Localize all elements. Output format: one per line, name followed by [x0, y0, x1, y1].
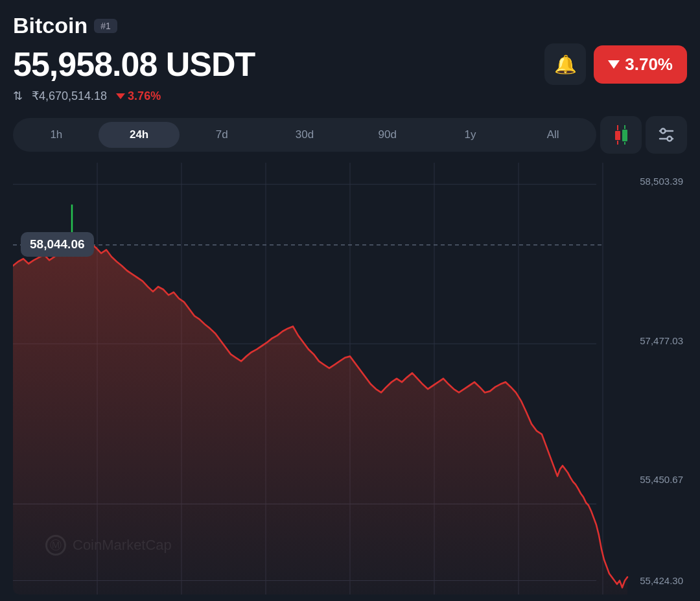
arrow-down-icon: [608, 60, 620, 69]
settings-icon: [657, 126, 675, 144]
triangle-down-icon: [116, 93, 125, 99]
chart-type-button[interactable]: [600, 116, 642, 154]
change-badge[interactable]: 3.70%: [594, 45, 687, 84]
tf-1h[interactable]: 1h: [16, 122, 97, 148]
price-label-3: 55,450.67: [640, 474, 683, 485]
coinmarketcap-logo-icon: Ⓜ: [45, 535, 66, 556]
coin-name: Bitcoin: [13, 13, 88, 38]
price-display: 55,958.08 USDT: [13, 45, 255, 84]
tf-30d[interactable]: 30d: [264, 122, 345, 148]
chart-settings-button[interactable]: [646, 116, 687, 154]
exchange-arrows-icon: ⇅: [13, 89, 23, 103]
timeframe-bar: 1h 24h 7d 30d 90d 1y All: [13, 116, 687, 154]
price-chart[interactable]: 58,044.06 58,503.39 57,477.03 55,450.67 …: [13, 163, 687, 595]
watermark-text: CoinMarketCap: [73, 537, 172, 554]
inr-price: ₹4,670,514.18: [32, 89, 107, 103]
tf-1y[interactable]: 1y: [430, 122, 511, 148]
inr-change-pct: 3.76%: [128, 89, 161, 103]
svg-point-1: [661, 129, 666, 134]
tf-7d[interactable]: 7d: [181, 122, 262, 148]
inr-change-badge: 3.76%: [116, 89, 161, 103]
tf-90d[interactable]: 90d: [347, 122, 428, 148]
current-price-bubble: 58,044.06: [21, 232, 94, 257]
svg-point-3: [668, 137, 672, 141]
watermark: Ⓜ CoinMarketCap: [45, 535, 172, 556]
rank-badge: #1: [94, 19, 117, 33]
price-label-4: 55,424.30: [640, 575, 683, 586]
candlestick-icon: [615, 125, 627, 145]
timeframe-pill: 1h 24h 7d 30d 90d 1y All: [13, 118, 596, 152]
tf-all[interactable]: All: [512, 122, 594, 148]
bell-icon: 🔔: [554, 54, 577, 75]
change-pct-usd: 3.70%: [625, 54, 673, 75]
price-label-2: 57,477.03: [640, 335, 683, 346]
tf-24h[interactable]: 24h: [99, 122, 180, 148]
price-label-1: 58,503.39: [640, 176, 683, 187]
alert-button[interactable]: 🔔: [544, 43, 586, 85]
